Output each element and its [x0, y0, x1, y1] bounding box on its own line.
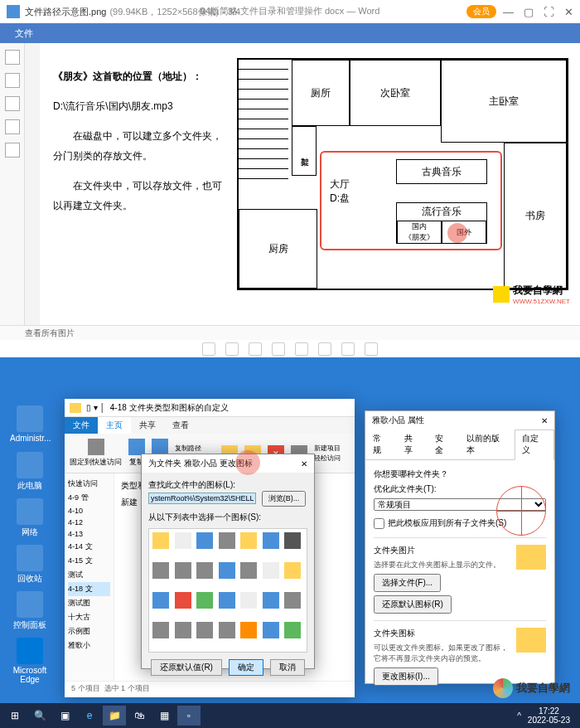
icon-option[interactable] — [196, 622, 213, 638]
tree-item[interactable]: 测试 — [68, 568, 110, 582]
tab-home[interactable]: 主页 — [98, 417, 131, 434]
icon-option[interactable] — [152, 532, 169, 549]
icon-grid[interactable] — [148, 528, 307, 653]
tab-previous[interactable]: 以前的版本 — [459, 430, 515, 459]
explorer-tree[interactable]: 快速访问 4-9 管 4-10 4-12 4-13 4-14 文 4-15 文 … — [65, 473, 114, 681]
tree-item[interactable]: 十大古 — [68, 610, 110, 624]
icon-option[interactable] — [175, 562, 191, 579]
tab-custom[interactable]: 自定义 — [515, 430, 554, 460]
apply-subfolders-checkbox[interactable] — [374, 518, 384, 529]
delete-icon[interactable] — [365, 342, 378, 356]
icon-option[interactable] — [284, 532, 301, 549]
change-icon-button[interactable]: 更改图标(I)... — [374, 667, 438, 686]
tool-icon[interactable] — [5, 143, 20, 158]
icon-option[interactable] — [219, 562, 235, 579]
icon-option[interactable] — [284, 562, 301, 579]
icon-option[interactable] — [175, 592, 191, 609]
desktop-icon-edge[interactable]: Microsoft Edge — [10, 638, 50, 684]
close-icon[interactable]: ✕ — [301, 459, 307, 468]
icon-option[interactable] — [196, 562, 213, 579]
close-icon[interactable]: ✕ — [564, 6, 573, 18]
ok-button[interactable]: 确定 — [229, 659, 263, 676]
rotate-icon[interactable] — [249, 342, 262, 356]
tree-item[interactable]: 雅歌小 — [68, 638, 110, 653]
desktop-icon-recycle[interactable]: 回收站 — [10, 545, 50, 585]
tool-icon[interactable] — [5, 73, 20, 88]
icon-option[interactable] — [263, 592, 279, 609]
tab-security[interactable]: 安全 — [428, 430, 459, 459]
tree-item-selected[interactable]: 4-18 文 — [68, 582, 110, 596]
pin-button[interactable]: 固定到快速访问 — [70, 439, 122, 468]
actual-size-icon[interactable] — [341, 342, 355, 356]
desktop-icon-network[interactable]: 网络 — [10, 498, 50, 538]
icon-option[interactable] — [240, 622, 257, 638]
system-tray[interactable]: ^ 17:22 2022-05-23 — [517, 706, 577, 725]
tool-icon[interactable] — [5, 119, 20, 134]
zoom-out-icon[interactable] — [272, 342, 285, 356]
tab-share[interactable]: 共享 — [397, 430, 428, 459]
start-button[interactable]: ⊞ — [3, 706, 27, 726]
icon-option[interactable] — [263, 562, 279, 579]
desktop-icon-admin[interactable]: Administr... — [10, 405, 50, 443]
select-file-button[interactable]: 选择文件(F)... — [374, 574, 441, 592]
tool-icon[interactable] — [5, 96, 20, 111]
fullscreen-icon[interactable]: ⛶ — [544, 6, 554, 18]
tree-item[interactable]: 4-15 文 — [68, 554, 110, 568]
tree-item[interactable]: 4-13 — [68, 528, 110, 540]
desktop-icon-pc[interactable]: 此电脑 — [10, 452, 50, 492]
icon-option[interactable] — [263, 532, 279, 549]
icon-option[interactable] — [152, 592, 169, 609]
tab-share[interactable]: 共享 — [131, 417, 164, 434]
icon-option[interactable] — [152, 562, 169, 579]
nav-icon[interactable] — [225, 342, 239, 356]
cancel-button[interactable]: 取消 — [270, 659, 305, 676]
fit-icon[interactable] — [318, 342, 331, 356]
tree-item[interactable]: 示例图 — [68, 624, 110, 638]
desktop-icon-control[interactable]: 控制面板 — [10, 591, 50, 631]
file-tab[interactable]: 文件 — [7, 25, 41, 42]
app-icon[interactable]: ▫ — [177, 706, 201, 726]
maximize-icon[interactable]: ▢ — [524, 6, 534, 18]
icon-option[interactable] — [240, 592, 257, 609]
icon-option[interactable] — [284, 592, 301, 609]
icon-option[interactable] — [284, 622, 301, 638]
vip-badge[interactable]: 会员 — [466, 5, 496, 18]
edge-icon[interactable]: e — [78, 706, 101, 726]
icon-option[interactable] — [263, 622, 279, 638]
icon-option[interactable] — [196, 592, 213, 609]
tree-item[interactable]: 4-12 — [68, 517, 110, 528]
zoom-in-icon[interactable] — [295, 342, 308, 356]
nav-icon[interactable] — [202, 342, 215, 356]
tab-general[interactable]: 常规 — [365, 430, 397, 459]
tool-icon[interactable] — [5, 50, 20, 65]
viewer-left-toolbar — [0, 43, 25, 325]
close-icon[interactable]: ✕ — [541, 416, 548, 425]
task-view-icon[interactable]: ▣ — [53, 706, 76, 726]
tab-view[interactable]: 查看 — [164, 417, 197, 434]
icon-option[interactable] — [219, 592, 235, 609]
store-icon[interactable]: 🛍 — [128, 706, 151, 726]
tree-item[interactable]: 4-9 管 — [68, 491, 110, 505]
restore-default-icon-button[interactable]: 还原默认图标(R) — [374, 595, 452, 614]
restore-defaults-button[interactable]: 还原默认值(R) — [151, 659, 222, 676]
icon-option[interactable] — [175, 532, 191, 549]
tree-item[interactable]: 4-14 文 — [68, 540, 110, 554]
vm-icon[interactable]: ▦ — [152, 706, 176, 726]
tree-quick-access[interactable]: 快速访问 — [68, 477, 110, 491]
icon-option[interactable] — [240, 532, 257, 549]
icon-option[interactable] — [219, 532, 235, 549]
icon-option[interactable] — [196, 532, 213, 549]
icon-option[interactable] — [152, 622, 169, 638]
icon-path-input[interactable] — [148, 493, 256, 504]
icon-option[interactable] — [240, 562, 257, 579]
icon-option[interactable] — [219, 622, 235, 638]
tree-item[interactable]: 4-10 — [68, 505, 110, 517]
explorer-icon[interactable]: 📁 — [103, 706, 126, 726]
tab-file[interactable]: 文件 — [65, 417, 98, 434]
tree-item[interactable]: 测试图 — [68, 596, 110, 610]
search-icon[interactable]: 🔍 — [28, 706, 51, 726]
icon-option[interactable] — [175, 622, 191, 638]
browse-button[interactable]: 浏览(B)... — [262, 491, 307, 507]
minimize-icon[interactable]: — — [503, 6, 514, 18]
tray-chevron-icon[interactable]: ^ — [517, 711, 521, 721]
